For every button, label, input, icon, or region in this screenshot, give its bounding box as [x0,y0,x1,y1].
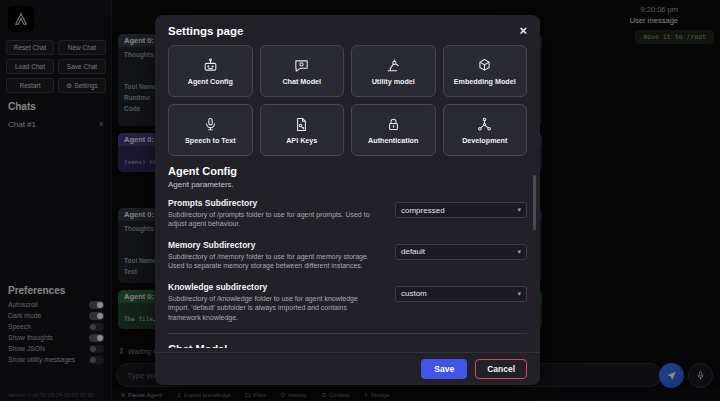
field-description: Subdirectory of /prompts folder to use f… [168,210,373,229]
field-description: Subdirectory of /memory folder to use fo… [168,252,373,271]
next-section-title: Chat Model [168,343,527,348]
robot-icon [202,57,219,74]
field-description: Subdirectory of /knowledge folder to use… [168,294,373,322]
cube-icon [476,57,493,74]
chevron-down-icon: ▾ [517,248,521,256]
modal-header: Settings page × [155,15,540,45]
chevron-down-icon: ▾ [517,290,521,298]
select-value: compressed [401,206,445,215]
cancel-button[interactable]: Cancel [475,359,527,379]
nav-utility-model[interactable]: Utility model [351,45,436,97]
field-label: Prompts Subdirectory [168,198,373,208]
field-label: Knowledge subdirectory [168,282,373,292]
field-prompts-subdirectory: Prompts Subdirectory Subdirectory of /pr… [168,198,527,229]
select-value: default [401,247,425,256]
section-title: Agent Config [168,165,527,177]
modal-title: Settings page [168,25,243,37]
nav-label: Agent Config [188,78,233,86]
field-text: Prompts Subdirectory Subdirectory of /pr… [168,198,373,229]
nav-speech-to-text[interactable]: Speech to Text [168,104,253,156]
nodes-icon [476,116,493,133]
prompts-subdirectory-select[interactable]: compressed ▾ [395,202,527,218]
chevron-down-icon: ▾ [517,206,521,214]
modal-footer: Save Cancel [155,352,540,385]
field-text: Memory Subdirectory Subdirectory of /mem… [168,240,373,271]
section-subtitle: Agent parameters. [168,180,527,189]
close-icon[interactable]: × [519,24,527,37]
memory-subdirectory-select[interactable]: default ▾ [395,244,527,260]
nav-label: Utility model [372,78,415,86]
save-button[interactable]: Save [421,359,467,379]
settings-nav-grid: Agent Config Chat Model Utility model Em… [155,45,540,156]
field-memory-subdirectory: Memory Subdirectory Subdirectory of /mem… [168,240,527,271]
knowledge-subdirectory-select[interactable]: custom ▾ [395,286,527,302]
nav-development[interactable]: Development [443,104,528,156]
field-label: Memory Subdirectory [168,240,373,250]
nav-authentication[interactable]: Authentication [351,104,436,156]
modal-scrollbar[interactable] [533,175,536,230]
nav-chat-model[interactable]: Chat Model [260,45,345,97]
nav-label: API Keys [286,137,317,145]
nav-label: Authentication [368,137,418,145]
nav-label: Development [462,137,507,145]
nav-label: Speech to Text [185,137,236,145]
settings-scroll-area[interactable]: Agent Config Agent parameters. Prompts S… [168,165,527,348]
nav-label: Chat Model [282,78,321,86]
field-knowledge-subdirectory: Knowledge subdirectory Subdirectory of /… [168,282,527,322]
nav-embedding-model[interactable]: Embedding Model [443,45,528,97]
lock-icon [385,116,402,133]
nav-api-keys[interactable]: API Keys [260,104,345,156]
field-text: Knowledge subdirectory Subdirectory of /… [168,282,373,322]
chat-bubble-icon [293,57,310,74]
section-divider [168,333,527,334]
select-value: custom [401,289,427,298]
nav-label: Embedding Model [454,78,516,86]
nav-agent-config[interactable]: Agent Config [168,45,253,97]
settings-modal: Settings page × Agent Config Chat Model … [155,15,540,385]
robot-arm-icon [385,57,402,74]
microphone-icon [202,116,219,133]
api-key-file-icon [293,116,310,133]
